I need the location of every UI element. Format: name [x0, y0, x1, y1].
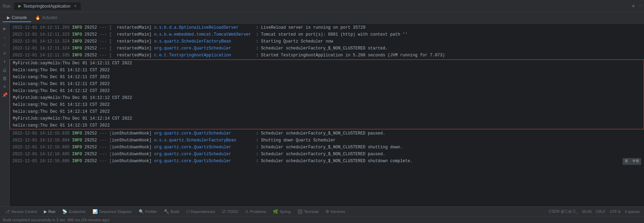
side-buttons: ▶ ↓ ↑ ≡ ⬇ 🖨 🗑 ≡ 📌: [0, 24, 10, 206]
log-line: 2022-12-01 14:12:15.635 INFO 29252 --- […: [10, 130, 644, 137]
print2-button[interactable]: 🖨: [1, 66, 9, 74]
pin-button[interactable]: 📌: [1, 91, 9, 99]
highlight-line: hello:sang:Thu Dec 01 14:12:12 CST 2022: [10, 87, 644, 94]
services-icon: ⚙: [325, 209, 329, 214]
build-label: Build: [170, 210, 179, 214]
tool-services[interactable]: ⚙ Services: [322, 207, 349, 216]
spring-icon: 🌿: [273, 209, 278, 214]
endpoints-icon: 📡: [62, 209, 67, 214]
terminal-icon: ⬛: [297, 209, 303, 214]
bottom-bar: ⎇ Version Control ▶ Run 📡 Endpoints 📊 Se…: [0, 206, 644, 216]
highlight-line: MyFirstJob:sayHello:Thu Dec 01 14:12:12 …: [10, 94, 644, 101]
title-bar: Run: ▶ TestspringbootApplication ✕ ⚙ −: [0, 0, 644, 12]
highlighted-block: MyFirstJob:sayHello:Thu Dec 01 14:12:11 …: [10, 59, 644, 129]
tool-todo[interactable]: ☑ TODO: [218, 207, 242, 216]
run-label: Run:: [3, 4, 11, 9]
problems-icon: ⚠: [245, 209, 249, 214]
log-line: 2022-12-01 14:12:11.324 INFO 29252 --- […: [10, 38, 644, 45]
tool-problems[interactable]: ⚠ Problems: [242, 207, 270, 216]
log-line: 2022-12-01 14:12:16.685 INFO 29252 --- […: [10, 144, 644, 151]
title-bar-actions: ⚙ −: [632, 3, 641, 9]
highlight-line: MyFirstJob:sayHello:Thu Dec 01 14:12:11 …: [10, 60, 644, 67]
status-right: CSDN @三会·C_ 65:40 CRLF UTF-8 4 spaces: [545, 209, 644, 214]
console-output[interactable]: 2022-12-01 14:12:11.203 INFO 29252 --- […: [10, 24, 644, 206]
log-line: 2022-12-01 14:12:16.686 INFO 29252 --- […: [10, 158, 644, 165]
tool-run[interactable]: ▶ Run: [40, 207, 59, 216]
todo-icon: ☑: [222, 209, 226, 214]
log-line: 2022-12-01 14:12:16.685 INFO 29252 --- […: [10, 151, 644, 158]
actuator-icon: 🔥: [35, 15, 40, 20]
ime-indicator: 英 半简: [623, 158, 641, 165]
active-tab[interactable]: ▶ TestspringbootApplication ✕: [14, 2, 81, 10]
run-tool-icon: ▶: [44, 209, 47, 214]
spring-label: Spring: [280, 210, 291, 214]
sequence-diagram-icon: 📊: [92, 209, 98, 214]
endpoints-label: Endpoints: [69, 210, 86, 214]
tab-run-icon: ▶: [18, 4, 21, 8]
highlight-line: hello:sang:Thu Dec 01 14:12:11 CST 2022: [10, 74, 644, 81]
main-area: ▶ ↓ ↑ ≡ ⬇ 🖨 🗑 ≡ 📌 2022-12-01 14:12:11.20…: [0, 24, 644, 206]
tool-sequence-diagram[interactable]: 📊 Sequence Diagram: [89, 207, 135, 216]
crlf-label: CRLF: [596, 210, 606, 214]
charset-label: UTF-8: [610, 210, 621, 214]
sequence-diagram-label: Sequence Diagram: [99, 210, 131, 214]
tab-console[interactable]: ▶ Console: [3, 14, 31, 22]
bottom-tools: ⎇ Version Control ▶ Run 📡 Endpoints 📊 Se…: [0, 207, 545, 216]
scroll-end-button[interactable]: ↓: [1, 33, 9, 41]
tab-name: TestspringbootApplication: [23, 4, 70, 9]
clear-button[interactable]: 🗑: [1, 75, 9, 82]
toolbar: ▶ Console 🔥 Actuator: [0, 12, 644, 24]
log-line: 2022-12-01 14:12:11.203 INFO 29252 --- […: [10, 24, 644, 31]
more-button[interactable]: ≡: [1, 83, 9, 91]
services-label: Services: [331, 210, 345, 214]
csdn-label: CSDN @三会·C_: [549, 209, 578, 214]
run-button[interactable]: ▶: [1, 25, 9, 32]
tab-actuator[interactable]: 🔥 Actuator: [31, 14, 62, 22]
log-line: 2022-12-01 14:12:11.323 INFO 29252 --- […: [10, 31, 644, 38]
build-status-text: Build completed successfully in 3 sec. 8…: [3, 218, 109, 222]
settings-icon[interactable]: ⚙: [632, 3, 635, 9]
terminal-label: Terminal: [304, 210, 319, 214]
tool-profiler[interactable]: 🔍 Profiler: [135, 207, 161, 216]
highlight-line: hello:sang:Thu Dec 01 14:12:13 CST 2022: [10, 101, 644, 108]
tool-dependencies[interactable]: ⬡ Dependencies: [183, 207, 218, 216]
highlight-line: hello:sang:Thu Dec 01 14:12:14 CST 2022: [10, 108, 644, 115]
tool-version-control[interactable]: ⎇ Version Control: [1, 207, 40, 216]
version-control-label: Version Control: [11, 210, 37, 214]
tool-spring[interactable]: 🌿 Spring: [270, 207, 294, 216]
tab-close-icon[interactable]: ✕: [74, 4, 77, 8]
scroll-top-button[interactable]: ↑: [1, 41, 9, 49]
wrap-button[interactable]: ≡: [1, 50, 9, 57]
version-control-icon: ⎇: [5, 209, 10, 214]
print-button[interactable]: ⬇: [1, 58, 9, 66]
build-status-bar: Build completed successfully in 3 sec. 8…: [0, 216, 644, 223]
run-tool-label: Run: [48, 210, 55, 214]
console-label: Console: [12, 15, 27, 20]
build-icon: 🔨: [164, 209, 169, 214]
position-label: 65:40: [582, 210, 592, 214]
highlight-line: hello:sang:Thu Dec 01 14:12:11 CST 2022: [10, 67, 644, 74]
console-icon: ▶: [7, 15, 10, 20]
log-line: 2022-12-01 14:12:11.324 INFO 29252 --- […: [10, 45, 644, 52]
tool-endpoints[interactable]: 📡 Endpoints: [59, 207, 89, 216]
highlight-line: hello:sang:Thu Dec 01 14:12:15 CST 2022: [10, 122, 644, 129]
tool-build[interactable]: 🔨 Build: [160, 207, 182, 216]
log-line: 2022-12-01 14:12:11.335 INFO 29252 --- […: [10, 52, 644, 59]
todo-label: TODO: [227, 210, 238, 214]
actuator-label: Actuator: [42, 15, 58, 20]
problems-label: Problems: [250, 210, 266, 214]
dependencies-label: Dependencies: [191, 210, 215, 214]
profiler-icon: 🔍: [139, 209, 144, 214]
highlight-line: MyFirstJob:sayHello:Thu Dec 01 14:12:14 …: [10, 115, 644, 122]
profiler-label: Profiler: [145, 210, 157, 214]
indent-label: 4 spaces: [625, 210, 640, 214]
log-line: 2022-12-01 14:12:16.684 INFO 29252 --- […: [10, 137, 644, 144]
dependencies-icon: ⬡: [186, 209, 189, 214]
highlight-line: hello:sang:Thu Dec 01 14:12:11 CST 2022: [10, 81, 644, 87]
tool-terminal[interactable]: ⬛ Terminal: [294, 207, 322, 216]
minimize-icon[interactable]: −: [639, 3, 641, 9]
